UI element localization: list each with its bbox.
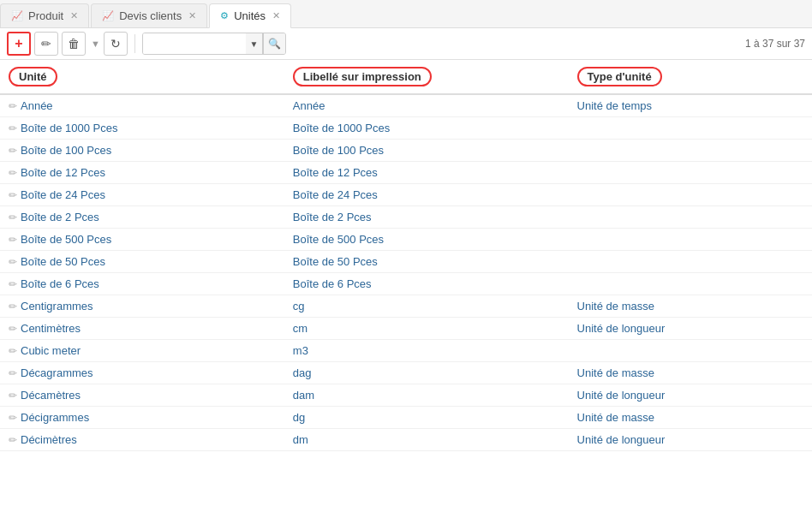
cell-unite-7: ✏Boîte de 50 Pces — [0, 251, 284, 273]
table-row: ✏DécamètresdamUnité de longueur — [0, 384, 812, 407]
cell-libelle-10: cm — [284, 318, 569, 340]
unite-value-13: Décamètres — [21, 389, 81, 402]
tab-devis-close[interactable]: ✕ — [188, 10, 196, 21]
cell-libelle-14: dg — [284, 407, 569, 429]
cell-type-4 — [569, 184, 812, 206]
search-button[interactable]: 🔍 — [263, 33, 285, 54]
cell-libelle-3: Boîte de 12 Pces — [284, 162, 569, 184]
unite-value-0: Année — [21, 99, 53, 112]
cell-type-11 — [569, 340, 812, 362]
cell-unite-12: ✏Décagrammes — [0, 362, 284, 384]
row-edit-icon-5[interactable]: ✏ — [9, 211, 17, 223]
cell-libelle-7: Boîte de 50 Pces — [284, 251, 569, 273]
cell-type-15: Unité de longueur — [569, 429, 812, 451]
tab-unites[interactable]: ⚙ Unités ✕ — [209, 3, 291, 28]
type-value-15: Unité de longueur — [577, 433, 666, 446]
row-edit-icon-10[interactable]: ✏ — [9, 323, 17, 335]
add-button[interactable]: + — [7, 32, 31, 56]
row-edit-icon-3[interactable]: ✏ — [9, 167, 17, 179]
toolbar-separator — [134, 34, 135, 53]
cell-unite-6: ✏Boîte de 500 Pces — [0, 229, 284, 251]
tab-produit[interactable]: 📈 Produit ✕ — [0, 3, 89, 27]
row-edit-icon-13[interactable]: ✏ — [9, 390, 17, 402]
cell-unite-2: ✏Boîte de 100 Pces — [0, 140, 284, 162]
libelle-value-12: dag — [293, 366, 312, 379]
tab-produit-close[interactable]: ✕ — [70, 10, 78, 21]
table-row: ✏CentigrammescgUnité de masse — [0, 295, 812, 318]
row-edit-icon-4[interactable]: ✏ — [9, 189, 17, 201]
table-row: ✏CentimètrescmUnité de longueur — [0, 318, 812, 340]
tab-devis-label: Devis clients — [119, 9, 182, 22]
col-header-unite[interactable]: Unité — [0, 60, 284, 94]
row-edit-icon-1[interactable]: ✏ — [9, 122, 17, 134]
table-body: ✏AnnéeAnnéeUnité de temps✏Boîte de 1000 … — [0, 94, 812, 451]
cell-unite-1: ✏Boîte de 1000 Pces — [0, 117, 284, 140]
cell-libelle-11: m3 — [284, 340, 569, 362]
cell-libelle-5: Boîte de 2 Pces — [284, 206, 569, 229]
delete-dropdown-arrow[interactable]: ▼ — [91, 39, 100, 49]
table-row: ✏DécimètresdmUnité de longueur — [0, 429, 812, 451]
cell-libelle-13: dam — [284, 384, 569, 407]
search-dropdown-btn[interactable]: ▼ — [246, 33, 263, 55]
libelle-value-9: cg — [293, 300, 305, 313]
cell-type-14: Unité de masse — [569, 407, 812, 429]
delete-button[interactable]: 🗑 — [62, 32, 86, 56]
unite-value-2: Boîte de 100 Pces — [21, 144, 111, 157]
toolbar: + ✏ 🗑 ▼ ↻ ▼ 🔍 1 à 37 sur 37 — [0, 28, 812, 60]
row-edit-icon-9[interactable]: ✏ — [9, 301, 17, 313]
table-row: ✏DécagrammesdagUnité de masse — [0, 362, 812, 384]
table-row: ✏Boîte de 24 PcesBoîte de 24 Pces — [0, 184, 812, 206]
tab-unites-close[interactable]: ✕ — [272, 10, 280, 21]
tab-unites-label: Unités — [234, 9, 266, 22]
edit-button[interactable]: ✏ — [34, 32, 58, 56]
libelle-value-6: Boîte de 500 Pces — [293, 233, 384, 246]
cell-unite-9: ✏Centigrammes — [0, 295, 284, 318]
row-edit-icon-8[interactable]: ✏ — [9, 278, 17, 290]
row-edit-icon-7[interactable]: ✏ — [9, 256, 17, 268]
row-edit-icon-12[interactable]: ✏ — [9, 367, 17, 379]
cell-type-6 — [569, 229, 812, 251]
cell-libelle-8: Boîte de 6 Pces — [284, 273, 569, 295]
row-edit-icon-2[interactable]: ✏ — [9, 145, 17, 157]
cell-type-8 — [569, 273, 812, 295]
libelle-value-4: Boîte de 24 Pces — [293, 188, 378, 201]
row-edit-icon-14[interactable]: ✏ — [9, 412, 17, 424]
cell-type-10: Unité de longueur — [569, 318, 812, 340]
unite-value-9: Centigrammes — [21, 300, 93, 313]
cell-type-13: Unité de longueur — [569, 384, 812, 407]
col-header-type[interactable]: Type d'unité — [569, 60, 812, 94]
row-edit-icon-6[interactable]: ✏ — [9, 234, 17, 246]
cell-libelle-1: Boîte de 1000 Pces — [284, 117, 569, 140]
unite-value-14: Décigrammes — [21, 411, 89, 424]
row-edit-icon-0[interactable]: ✏ — [9, 100, 17, 112]
type-value-14: Unité de masse — [577, 411, 654, 424]
row-edit-icon-11[interactable]: ✏ — [9, 345, 17, 357]
col-header-libelle[interactable]: Libellé sur impression — [284, 60, 569, 94]
type-value-13: Unité de longueur — [577, 389, 666, 402]
type-value-10: Unité de longueur — [577, 322, 666, 335]
cell-type-5 — [569, 206, 812, 229]
libelle-value-2: Boîte de 100 Pces — [293, 144, 384, 157]
table-row: ✏Boîte de 2 PcesBoîte de 2 Pces — [0, 206, 812, 229]
refresh-button[interactable]: ↻ — [104, 32, 128, 56]
cell-type-1 — [569, 117, 812, 140]
cell-type-9: Unité de masse — [569, 295, 812, 318]
cell-unite-13: ✏Décamètres — [0, 384, 284, 407]
cell-libelle-2: Boîte de 100 Pces — [284, 140, 569, 162]
libelle-value-13: dam — [293, 389, 314, 402]
unite-value-6: Boîte de 500 Pces — [21, 233, 111, 246]
cell-libelle-4: Boîte de 24 Pces — [284, 184, 569, 206]
cell-type-0: Unité de temps — [569, 94, 812, 117]
search-input[interactable] — [143, 33, 246, 54]
tab-devis[interactable]: 📈 Devis clients ✕ — [91, 3, 207, 27]
cell-unite-8: ✏Boîte de 6 Pces — [0, 273, 284, 295]
row-edit-icon-15[interactable]: ✏ — [9, 434, 17, 446]
unite-value-12: Décagrammes — [21, 366, 93, 379]
cell-libelle-12: dag — [284, 362, 569, 384]
unites-tab-icon: ⚙ — [220, 10, 229, 21]
cell-type-7 — [569, 251, 812, 273]
type-value-12: Unité de masse — [577, 366, 654, 379]
unite-value-3: Boîte de 12 Pces — [21, 166, 105, 179]
table-row: ✏Boîte de 500 PcesBoîte de 500 Pces — [0, 229, 812, 251]
table-row: ✏AnnéeAnnéeUnité de temps — [0, 94, 812, 117]
